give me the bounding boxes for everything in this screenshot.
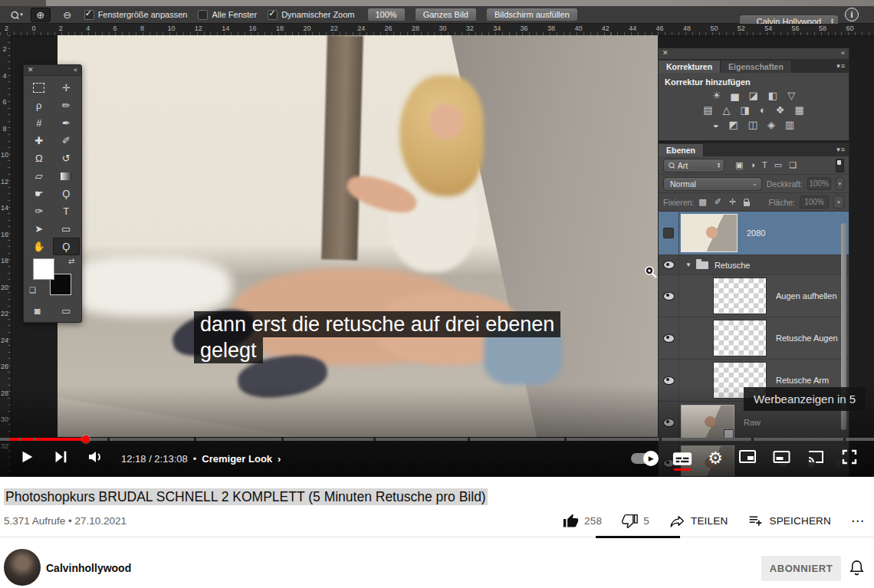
screen-mode-button[interactable]: ▭ — [61, 305, 71, 317]
layer-group-retusche[interactable]: ▼ Retusche — [659, 255, 849, 275]
adjustment-channel-mixer[interactable]: ❖ — [776, 104, 785, 116]
layer-name[interactable]: Retusche Arm — [776, 376, 829, 385]
adjustment-invert[interactable]: ◒ — [713, 119, 719, 130]
share-button[interactable]: TEILEN — [669, 513, 728, 529]
opacity-value[interactable]: 100% — [807, 177, 831, 190]
notification-bell-icon[interactable] — [848, 559, 866, 580]
adjustment-hue-saturation[interactable]: ▤ — [703, 104, 712, 116]
lock-position-icon[interactable]: ✛ — [729, 197, 736, 207]
layer-name[interactable]: 2080 — [747, 228, 765, 238]
eye-icon[interactable] — [663, 334, 675, 343]
tool-path-selection[interactable]: ➤ — [25, 220, 53, 238]
tab-eigenschaften[interactable]: Eigenschaften — [721, 61, 792, 73]
tool-smudge[interactable]: ☛ — [25, 185, 53, 202]
tool-move[interactable]: ✛ — [53, 79, 80, 97]
adjustment-vibrance[interactable]: ▽ — [787, 90, 795, 101]
tool-lasso[interactable]: ρ — [25, 97, 53, 114]
adjustment-black-white[interactable]: ◨ — [741, 104, 750, 116]
dislike-button[interactable]: 5 — [622, 513, 649, 529]
video-player[interactable]: Ϙ▾ ⊕ ⊖ Fenstergröße anpassenAlle Fenster… — [0, 0, 874, 477]
autoplay-toggle[interactable]: ▶ — [631, 453, 657, 464]
tool-quick-selection[interactable]: ✏ — [53, 97, 80, 114]
eye-icon[interactable] — [663, 376, 675, 385]
ps-photo-canvas[interactable] — [58, 35, 658, 437]
panel-menu-icon[interactable]: ▾≡ — [836, 62, 846, 70]
panel-menu-icon[interactable]: ▾≡ — [836, 146, 846, 153]
adjustment-levels[interactable]: ▅ — [731, 90, 739, 101]
settings-button[interactable]: ⚙ — [708, 451, 723, 466]
theater-mode-button[interactable] — [772, 448, 791, 469]
layer-row-retusche-augen[interactable]: Retusche Augen — [659, 317, 849, 360]
subtitles-button[interactable] — [672, 452, 692, 466]
adjustment-curves[interactable]: ◪ — [749, 90, 758, 101]
tab-korrekturen[interactable]: Korrekturen — [659, 61, 721, 73]
disclosure-triangle-icon[interactable]: ▼ — [685, 261, 692, 268]
next-button[interactable] — [52, 448, 69, 468]
adjustment-threshold[interactable]: ◫ — [748, 119, 757, 130]
filter-adjustment-layers[interactable]: ◑ — [750, 160, 755, 170]
info-icon[interactable]: i — [845, 8, 859, 21]
layer-name[interactable]: Raw — [744, 418, 761, 427]
tool-eraser[interactable]: ▱ — [25, 167, 53, 185]
miniplayer-button[interactable] — [738, 448, 757, 469]
more-actions-button[interactable]: ⋯ — [851, 513, 865, 529]
tool-crop[interactable]: # — [25, 114, 53, 132]
tool-gradient[interactable] — [53, 167, 80, 185]
zoom-out-button[interactable]: ⊖ — [58, 8, 77, 21]
subscribed-button[interactable]: ABONNIERT — [761, 556, 841, 581]
tool-spot-healing[interactable]: ✚ — [25, 132, 53, 149]
layer-thumbnail[interactable] — [681, 405, 734, 440]
eye-icon[interactable] — [663, 292, 675, 301]
chapter-title[interactable]: Cremiger Look — [202, 453, 272, 465]
filter-type-layers[interactable]: T — [762, 160, 767, 170]
default-colors-icon[interactable]: ❏ — [29, 286, 36, 294]
layer-name[interactable]: Retusche Augen — [776, 333, 838, 343]
layer-thumbnail-empty[interactable] — [713, 278, 767, 314]
scrubber-handle[interactable] — [82, 435, 90, 443]
cast-button[interactable] — [807, 448, 825, 469]
collapse-icon[interactable]: « — [841, 49, 845, 57]
chevron-down-icon[interactable]: ▾ — [836, 177, 845, 190]
panel-header[interactable]: ✕« — [659, 48, 849, 60]
swap-colors-icon[interactable]: ⇄ — [68, 257, 74, 265]
visibility-checkbox[interactable] — [663, 228, 674, 238]
quick-mask-button[interactable]: ◙ — [34, 305, 41, 317]
tool-type[interactable]: T — [53, 202, 80, 220]
collapse-icon[interactable]: « — [74, 66, 77, 74]
layer-name[interactable]: Augen aufhellen — [776, 291, 837, 301]
layer-thumbnail-empty[interactable] — [713, 320, 767, 356]
adjustment-photo-filter[interactable]: ◐ — [760, 104, 766, 116]
adjustment-exposure[interactable]: ◧ — [768, 90, 777, 101]
zoom-in-button[interactable]: ⊕ — [31, 8, 51, 22]
tool-hand[interactable]: ✋ — [25, 238, 53, 255]
like-button[interactable]: 258 — [563, 513, 602, 529]
tool-pen[interactable]: ✑ — [25, 202, 53, 220]
fill-value[interactable]: 100% — [800, 195, 829, 209]
volume-button[interactable] — [86, 448, 104, 469]
zoom-tool-preset[interactable]: Ϙ▾ — [11, 9, 23, 21]
tool-shape[interactable]: ▭ — [53, 220, 80, 238]
progress-bar[interactable] — [0, 438, 874, 441]
adjustment-gradient-map[interactable]: ▥ — [785, 119, 794, 130]
palette-header[interactable]: ✕« — [24, 65, 81, 76]
play-button[interactable] — [18, 448, 35, 468]
chevron-down-icon[interactable]: ▾ — [833, 195, 844, 209]
adjustment-color-lookup[interactable]: ▦ — [794, 104, 803, 116]
adjustment-posterize[interactable]: ◩ — [728, 119, 738, 130]
adjustment-color-balance[interactable]: △ — [723, 104, 731, 116]
layer-filter-select[interactable]: ϘArt▴▾ — [663, 159, 724, 172]
tool-history-brush[interactable]: ↺ — [53, 149, 80, 167]
filter-toggle-switch[interactable] — [836, 159, 844, 172]
save-button[interactable]: SPEICHERN — [748, 513, 831, 529]
tool-eyedropper[interactable]: ✒ — [53, 114, 80, 132]
filter-pixel-layers[interactable]: ▣ — [735, 160, 743, 170]
adjustment-selective-color[interactable]: ◈ — [767, 119, 775, 130]
tool-dodge[interactable]: Ϙ — [53, 185, 80, 202]
tool-brush[interactable]: ✐ — [53, 132, 80, 149]
lock-paint-icon[interactable]: ✐ — [715, 197, 721, 207]
channel-avatar[interactable] — [4, 549, 41, 586]
layer-row-augen-aufhellen[interactable]: Augen aufhellen — [659, 275, 849, 317]
layer-thumbnail[interactable] — [681, 214, 738, 252]
fullscreen-button[interactable] — [840, 448, 859, 469]
foreground-color-swatch[interactable] — [33, 258, 54, 280]
